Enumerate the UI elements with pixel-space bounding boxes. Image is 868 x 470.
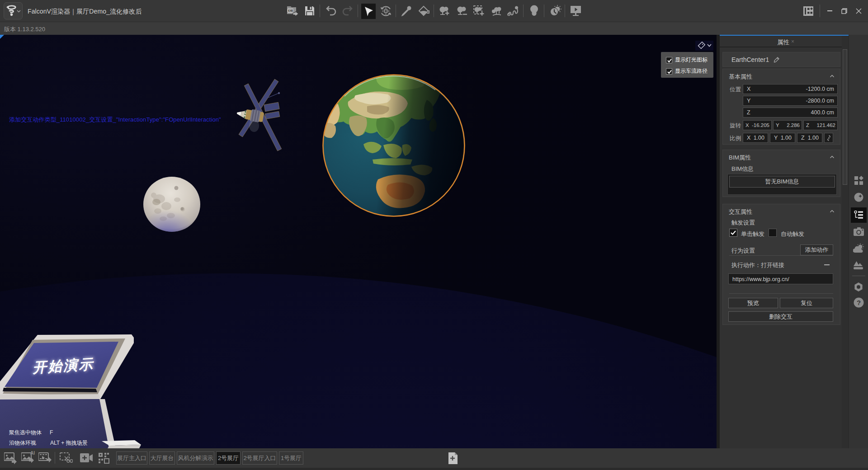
svg-text:?: ? [857,299,861,306]
svg-text:EXE: EXE [288,9,293,13]
